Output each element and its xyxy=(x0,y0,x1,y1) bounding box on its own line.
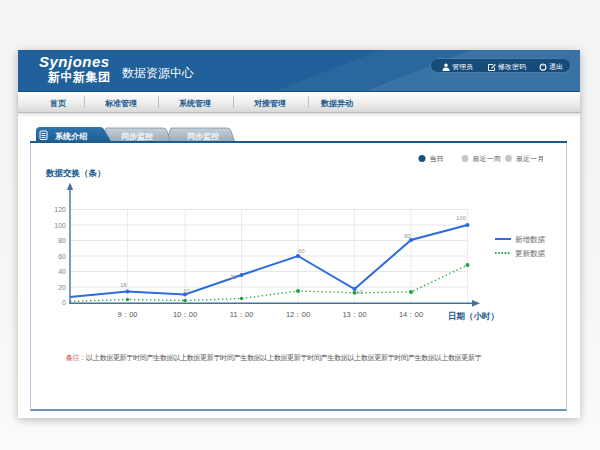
svg-text:60: 60 xyxy=(58,253,66,260)
svg-text:13：00: 13：00 xyxy=(342,310,366,319)
svg-text:10：00: 10：00 xyxy=(173,310,197,319)
svg-text:同步监控: 同步监控 xyxy=(187,132,219,141)
svg-text:80: 80 xyxy=(404,233,411,239)
svg-text:80: 80 xyxy=(58,237,66,244)
svg-text:系统介绍: 系统介绍 xyxy=(54,131,87,141)
svg-text:12：00: 12：00 xyxy=(286,310,310,319)
svg-text:14：00: 14：00 xyxy=(399,310,423,319)
svg-text:10: 10 xyxy=(356,289,363,295)
svg-text:更新数据: 更新数据 xyxy=(515,249,546,258)
svg-text:同步监控: 同步监控 xyxy=(121,132,153,141)
svg-text:最近一周: 最近一周 xyxy=(473,155,501,162)
svg-text:10: 10 xyxy=(183,288,190,294)
svg-text:20: 20 xyxy=(58,284,66,291)
svg-text:120: 120 xyxy=(54,206,66,213)
svg-text:11：00: 11：00 xyxy=(230,310,254,319)
svg-text:35: 35 xyxy=(230,274,237,280)
svg-text:新增数据: 新增数据 xyxy=(515,235,546,244)
svg-text:0: 0 xyxy=(62,299,66,306)
svg-text:当日: 当日 xyxy=(430,155,444,163)
svg-text:100: 100 xyxy=(54,222,66,229)
svg-text:40: 40 xyxy=(58,268,66,275)
svg-text:9：00: 9：00 xyxy=(117,310,137,319)
svg-text:18: 18 xyxy=(120,282,127,288)
svg-text:100: 100 xyxy=(456,215,467,221)
svg-text:最近一月: 最近一月 xyxy=(516,155,544,163)
svg-text:60: 60 xyxy=(298,248,305,254)
svg-text:数据交换（条）: 数据交换（条） xyxy=(45,168,106,178)
svg-text:日期（小时）: 日期（小时） xyxy=(448,311,499,321)
